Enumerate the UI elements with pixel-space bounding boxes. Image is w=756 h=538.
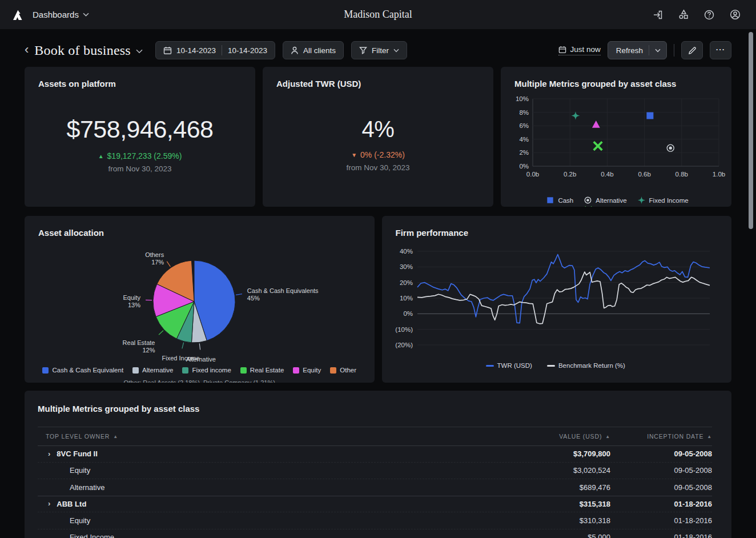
twr-from-date: from Nov 30, 2023 <box>346 163 409 172</box>
svg-text:10%: 10% <box>516 95 529 102</box>
legend-dash-icon <box>547 365 555 367</box>
table-row[interactable]: Fixed Income$5,00001-18-2016 <box>38 529 712 538</box>
pie-legend-item-equity[interactable]: Equity <box>293 367 321 374</box>
table-row[interactable]: Equity$3,020,52409-05-2008 <box>38 463 712 480</box>
refresh-split-divider <box>649 45 649 55</box>
legend-item-cash[interactable]: Cash <box>546 196 573 204</box>
owner-cell: ABB Ltd <box>57 500 86 508</box>
legend-item-alternative[interactable]: Alternative <box>584 196 626 204</box>
addepar-logo-icon[interactable] <box>11 8 25 22</box>
legend-swatch-icon <box>293 367 299 374</box>
line-svg: 40%30%20%10%0%(10%)(20%) <box>390 246 717 358</box>
table-row[interactable]: Alternative$689,47609-05-2008 <box>38 479 712 496</box>
line-legend-item-benchmark-return-[interactable]: Benchmark Return (%) <box>547 362 625 369</box>
last-updated-label: Just now <box>570 45 600 54</box>
inception-date-cell: 01-18-2016 <box>610 500 712 508</box>
svg-text:0%: 0% <box>403 310 413 317</box>
table-row[interactable]: Equity$310,31801-18-2016 <box>38 512 712 529</box>
expand-chevron-icon[interactable]: › <box>48 499 50 508</box>
pie-svg: Cash & Cash Equivalents45%Alternative6%F… <box>25 239 374 363</box>
pie-legend-item-cash-cash-equivalent[interactable]: Cash & Cash Equivalent <box>42 367 123 374</box>
svg-text:(10%): (10%) <box>395 326 413 333</box>
svg-text:0.4b: 0.4b <box>601 171 613 178</box>
table-row[interactable]: ›ABB Ltd$315,31801-18-2016 <box>38 496 712 513</box>
asset-allocation-card: Asset allocation Cash & Cash Equivalents… <box>25 216 375 383</box>
pie-legend-item-real-estate[interactable]: Real Estate <box>240 367 284 374</box>
scatter-point-ring <box>667 144 674 151</box>
chevron-down-icon <box>83 13 89 17</box>
pie-label: Equity13% <box>123 294 140 308</box>
twr-value: 4% <box>362 117 395 142</box>
card-title: Asset allocation <box>25 216 375 238</box>
help-icon[interactable] <box>701 6 718 23</box>
column-header-value-usd-[interactable]: VALUE (USD)▲ <box>490 433 610 440</box>
expand-chevron-icon[interactable]: › <box>48 449 50 458</box>
owner-cell: Fixed Income <box>70 533 114 538</box>
all-clients-button[interactable]: All clients <box>283 41 344 59</box>
svg-text:0.8b: 0.8b <box>675 171 688 178</box>
workspace-title: Madison Capital <box>0 9 756 21</box>
inception-date-cell: 01-18-2016 <box>610 516 712 525</box>
legend-label: Benchmark Return (%) <box>558 362 625 369</box>
star4-marker-icon <box>637 196 646 204</box>
line-series-benchmark-return- <box>417 272 710 324</box>
last-updated[interactable]: Just now <box>558 45 600 55</box>
svg-text:(20%): (20%) <box>395 342 413 348</box>
metrics-scatter-card: Multiple Metrics grouped by asset class … <box>501 67 731 207</box>
svg-text:0.0b: 0.0b <box>526 171 539 178</box>
firm-performance-card: Firm performance 40%30%20%10%0%(10%)(20%… <box>382 216 732 383</box>
column-header-label: TOP LEVEL OWNER <box>46 433 110 440</box>
export-icon[interactable] <box>649 6 666 23</box>
inception-date-cell: 09-05-2008 <box>610 483 712 492</box>
pie-label: Cash & Cash Equivalents45% <box>247 287 319 302</box>
inception-date-cell: 09-05-2008 <box>610 449 712 458</box>
legend-item-equity[interactable]: Equity <box>584 206 614 207</box>
refresh-label: Refresh <box>616 46 643 55</box>
dashboard-toolbar: ‹ Book of business 10-14-2023 10-14-2023… <box>25 41 731 59</box>
svg-text:6%: 6% <box>519 122 529 129</box>
account-icon[interactable] <box>726 6 743 23</box>
triangle-marker-icon <box>625 206 633 207</box>
pie-legend-item-fixed-income[interactable]: Fixed income <box>182 367 231 374</box>
sort-arrow-icon: ▲ <box>707 434 712 439</box>
dashboard-switch-chevron-icon[interactable] <box>136 49 143 54</box>
pie-legend-item-alternative[interactable]: Alternative <box>132 367 173 374</box>
back-button[interactable]: ‹ <box>25 43 34 58</box>
refresh-button[interactable]: Refresh <box>608 41 667 59</box>
firm-performance-line-chart: 40%30%20%10%0%(10%)(20%) <box>390 246 722 360</box>
dashboards-menu-button[interactable]: Dashboards <box>33 10 89 19</box>
table-header-row: TOP LEVEL OWNER▲VALUE (USD)▲INCEPTION DA… <box>38 427 712 446</box>
asset-allocation-pie-chart: Cash & Cash Equivalents45%Alternative6%F… <box>25 239 375 363</box>
vertical-scrollbar[interactable] <box>749 32 753 229</box>
legend-item-total[interactable]: Total <box>625 206 650 207</box>
scatter-svg: 0.0b0.2b0.4b0.6b0.8b1.0b0%2%4%6%8%10% <box>509 94 727 192</box>
column-header-inception-date[interactable]: INCEPTION DATE▲ <box>610 433 712 440</box>
all-clients-label: All clients <box>303 46 336 55</box>
svg-text:20%: 20% <box>399 279 412 286</box>
scatter-point-square <box>548 197 553 203</box>
legend-swatch-icon <box>182 367 188 374</box>
pie-label: Others17% <box>145 251 164 266</box>
legend-swatch-icon <box>132 367 139 374</box>
scatter-point-square <box>646 113 653 119</box>
svg-text:10%: 10% <box>399 295 412 302</box>
date-range-button[interactable]: 10-14-2023 10-14-2023 <box>155 41 275 59</box>
svg-text:4%: 4% <box>519 136 529 143</box>
card-title: Multiple Metrics grouped by asset class <box>501 67 731 89</box>
value-cell: $3,020,524 <box>490 466 610 475</box>
x-marker-icon <box>584 206 593 207</box>
chevron-down-icon[interactable] <box>655 49 661 53</box>
legend-item-fixed-income[interactable]: Fixed Income <box>637 196 689 204</box>
table-row[interactable]: ›8VC Fund II$3,709,80009-05-2008 <box>38 445 712 463</box>
line-legend-item-twr-usd-[interactable]: TWR (USD) <box>486 362 532 369</box>
toolbar-divider <box>674 44 674 57</box>
scatter-point-star4 <box>638 196 645 204</box>
pie-legend-item-other[interactable]: Other <box>330 367 356 374</box>
column-header-top-level-owner[interactable]: TOP LEVEL OWNER▲ <box>38 433 490 440</box>
shapes-icon[interactable] <box>675 6 692 23</box>
filter-button[interactable]: Filter <box>351 41 407 59</box>
more-button[interactable]: ··· <box>710 41 731 59</box>
legend-swatch-icon <box>240 367 247 374</box>
edit-button[interactable] <box>681 41 703 59</box>
line-legend: TWR (USD)Benchmark Return (%) <box>390 362 722 369</box>
